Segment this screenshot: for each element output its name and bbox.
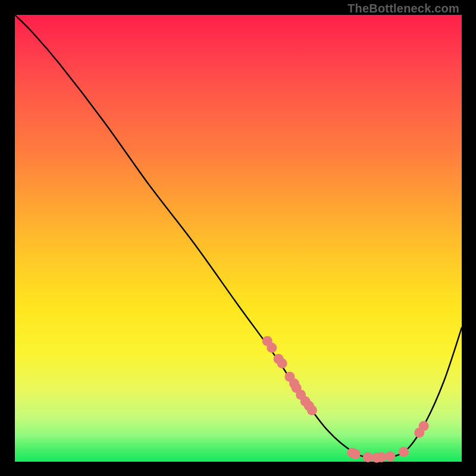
- curve-marker: [350, 449, 361, 459]
- chart-stage: TheBottleneck.com: [0, 0, 476, 476]
- watermark-text: TheBottleneck.com: [347, 2, 459, 15]
- plot-area: [15, 15, 462, 462]
- curve-marker: [277, 358, 287, 368]
- bottleneck-curve: [15, 15, 462, 458]
- curve-marker: [363, 452, 373, 462]
- curve-marker: [385, 452, 395, 462]
- curve-marker: [376, 452, 386, 462]
- marker-group: [262, 336, 429, 463]
- curve-marker: [307, 405, 317, 415]
- curve-layer: [15, 15, 462, 462]
- curve-marker: [267, 343, 277, 353]
- curve-marker: [399, 447, 409, 457]
- curve-marker: [419, 421, 429, 431]
